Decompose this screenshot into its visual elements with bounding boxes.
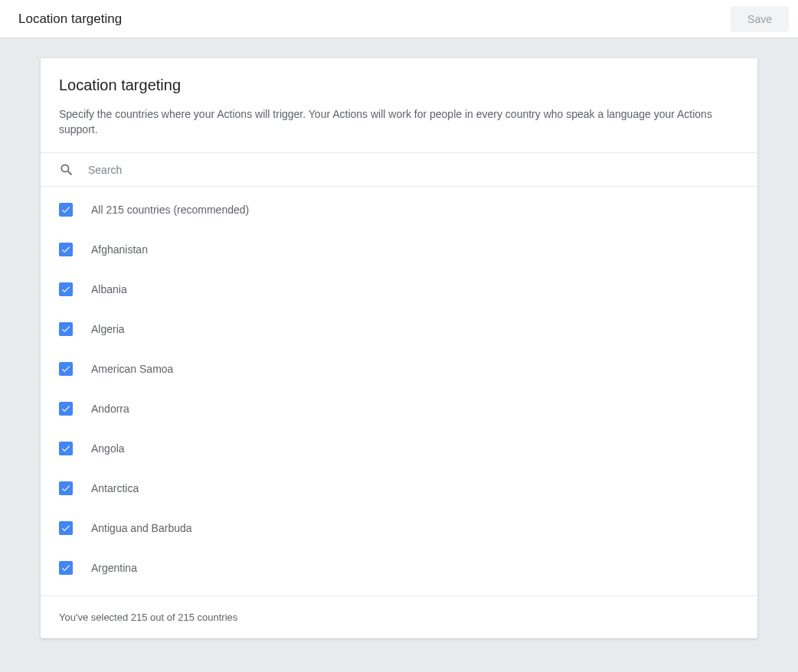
card-header: Location targeting Specify the countries… — [41, 58, 757, 152]
search-input[interactable] — [88, 164, 739, 176]
list-item-label: Antarctica — [91, 482, 139, 494]
checkbox-checked-icon[interactable] — [59, 322, 73, 336]
list-item-label: Argentina — [91, 562, 137, 574]
checkbox-checked-icon[interactable] — [59, 402, 73, 416]
list-item[interactable]: Andorra — [41, 389, 757, 429]
list-item[interactable]: Antigua and Barbuda — [41, 508, 757, 548]
page-header: Location targeting Save — [0, 0, 798, 38]
list-item-label: Albania — [91, 283, 127, 295]
list-item-label: Antigua and Barbuda — [91, 522, 192, 534]
save-button[interactable]: Save — [731, 6, 789, 32]
page-title: Location targeting — [18, 11, 122, 27]
list-item[interactable]: All 215 countries (recommended) — [41, 190, 757, 230]
checkbox-checked-icon[interactable] — [59, 561, 73, 575]
list-item-label: Angola — [91, 442, 125, 455]
checkbox-checked-icon[interactable] — [59, 362, 73, 376]
location-card: Location targeting Specify the countries… — [41, 58, 757, 638]
list-item[interactable]: Algeria — [41, 309, 757, 349]
list-item[interactable]: American Samoa — [41, 349, 757, 389]
list-item[interactable]: Antarctica — [41, 468, 757, 508]
list-item[interactable]: Albania — [41, 269, 757, 309]
country-list-wrapper: All 215 countries (recommended)Afghanist… — [41, 187, 757, 595]
search-icon — [59, 162, 74, 178]
list-item-label: Algeria — [91, 323, 125, 335]
list-item-label: Andorra — [91, 403, 129, 415]
checkbox-checked-icon[interactable] — [59, 243, 73, 256]
checkbox-checked-icon[interactable] — [59, 481, 73, 495]
list-item[interactable]: Angola — [41, 429, 757, 468]
card-title: Location targeting — [59, 77, 739, 94]
list-item-label: All 215 countries (recommended) — [91, 204, 249, 216]
list-item-label: American Samoa — [91, 363, 173, 375]
selection-status: You've selected 215 out of 215 countries — [41, 595, 757, 638]
checkbox-checked-icon[interactable] — [59, 203, 73, 217]
checkbox-checked-icon[interactable] — [59, 282, 73, 296]
checkbox-checked-icon[interactable] — [59, 521, 73, 535]
search-row — [41, 152, 757, 187]
card-description: Specify the countries where your Actions… — [59, 106, 739, 137]
list-item[interactable]: Argentina — [41, 548, 757, 588]
checkbox-checked-icon[interactable] — [59, 442, 73, 455]
list-item[interactable]: Afghanistan — [41, 230, 757, 269]
country-list[interactable]: All 215 countries (recommended)Afghanist… — [41, 187, 757, 595]
list-item-label: Afghanistan — [91, 243, 148, 256]
